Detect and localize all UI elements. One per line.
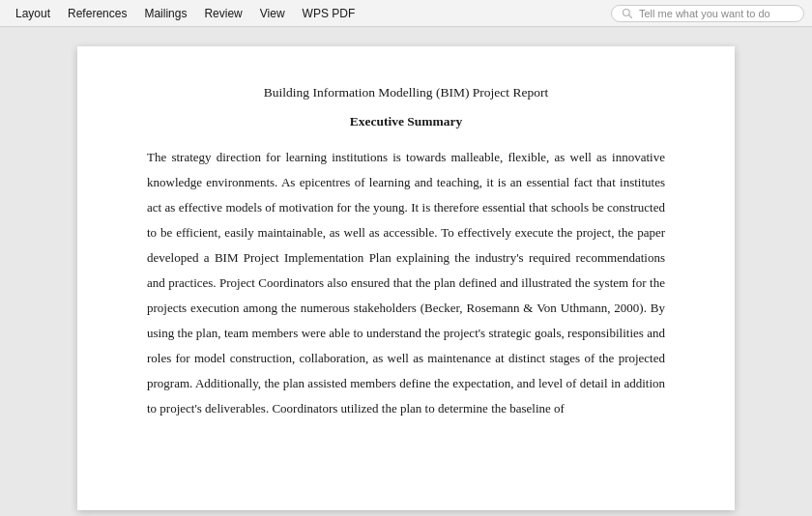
menu-bar: Layout References Mailings Review View W…: [0, 0, 812, 27]
search-placeholder-text: Tell me what you want to do: [639, 8, 770, 19]
document-paragraph: The strategy direction for learning inst…: [147, 145, 665, 421]
menu-item-mailings[interactable]: Mailings: [136, 4, 194, 23]
section-heading: Executive Summary: [147, 114, 665, 129]
menu-item-layout[interactable]: Layout: [8, 4, 58, 23]
menu-item-review[interactable]: Review: [196, 4, 249, 23]
search-icon: [622, 8, 633, 19]
document-area: Building Information Modelling (BIM) Pro…: [0, 27, 812, 516]
search-area[interactable]: Tell me what you want to do: [611, 5, 804, 22]
menu-item-wps-pdf[interactable]: WPS PDF: [295, 4, 363, 23]
menu-item-references[interactable]: References: [60, 4, 134, 23]
menu-item-view[interactable]: View: [252, 4, 293, 23]
document-page: Building Information Modelling (BIM) Pro…: [77, 46, 735, 510]
svg-line-1: [629, 14, 632, 17]
document-title: Building Information Modelling (BIM) Pro…: [147, 85, 665, 100]
